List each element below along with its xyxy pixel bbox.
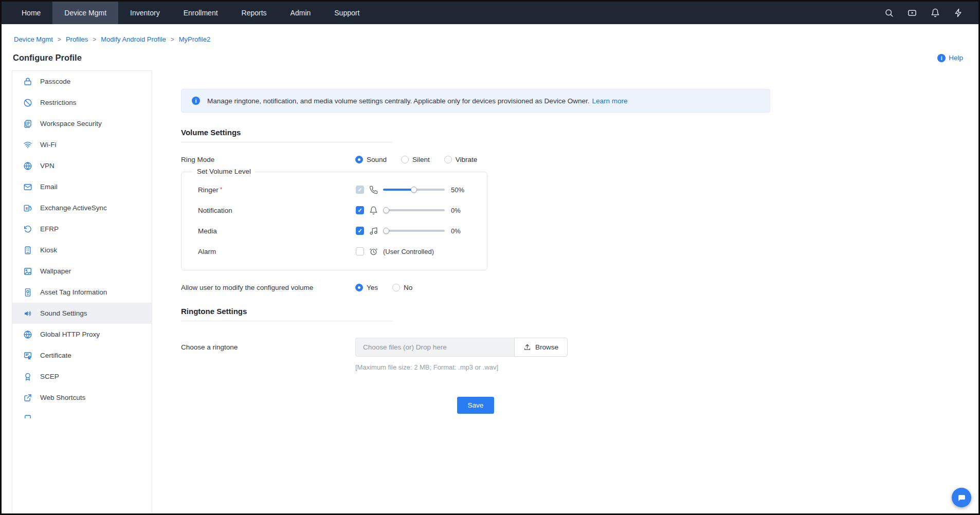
notification-volume-slider[interactable] [383, 207, 445, 213]
sidebar-item-sound-settings[interactable]: Sound Settings [12, 303, 152, 324]
refresh-icon [23, 225, 32, 234]
sidebar-item-email[interactable]: Email [12, 176, 152, 197]
sidebar-item-asset-tag-information[interactable]: Asset Tag Information [12, 282, 152, 303]
radio-label: Yes [367, 284, 378, 291]
breadcrumb-modify-android-profile[interactable]: Modify Android Profile [101, 35, 166, 43]
alarm-checkbox[interactable]: ✓ [356, 247, 364, 255]
info-banner-text: Manage ringtone, notification, and media… [207, 97, 627, 105]
breadcrumb-myprofile2[interactable]: MyProfile2 [179, 35, 210, 43]
globe-icon [23, 330, 32, 339]
learn-more-link[interactable]: Learn more [592, 97, 627, 105]
ring-mode-vibrate-radio[interactable]: Vibrate [444, 156, 478, 163]
volume-level-rows: Ringer*✓50%Notification✓0%Media✓0%Alarm✓… [182, 179, 487, 262]
sidebar-item-web-shortcuts[interactable]: Web Shortcuts [12, 387, 152, 408]
sidebar-item-wi-fi[interactable]: Wi-Fi [12, 134, 152, 155]
radio-selected [355, 284, 363, 291]
asset-tag-icon [23, 288, 32, 297]
nav-item-inventory[interactable]: Inventory [118, 2, 172, 24]
choose-ringtone-label: Choose a ringtone [181, 343, 355, 351]
radio-unselected [392, 284, 400, 291]
ringtone-settings-heading: Ringtone Settings [181, 307, 393, 321]
breadcrumb-device-mgmt[interactable]: Device Mgmt [14, 35, 53, 43]
nav-item-admin[interactable]: Admin [279, 2, 323, 24]
sidebar-item-certificate[interactable]: Certificate [12, 345, 152, 366]
ring-mode-label: Ring Mode [181, 156, 355, 163]
search-icon[interactable] [884, 8, 894, 17]
volume-row-label: Alarm [198, 248, 356, 255]
radio-label: Sound [367, 156, 387, 163]
globe-icon [23, 161, 32, 171]
volume-row-alarm: Alarm✓(User Controlled) [182, 241, 487, 262]
chat-bubble-icon [957, 493, 967, 503]
nav-icons [884, 2, 978, 24]
allow-modify-no-radio[interactable]: No [392, 284, 412, 291]
radio-label: Silent [412, 156, 430, 163]
phone-icon [369, 186, 378, 194]
external-link-icon [23, 393, 32, 402]
allow-modify-label: Allow user to modify the configured volu… [181, 284, 355, 291]
required-asterisk: * [220, 186, 223, 193]
ring-mode-row: Ring Mode Sound Silent Vibrate [181, 156, 978, 163]
save-button[interactable]: Save [457, 397, 495, 414]
sidebar-item-workspace-security[interactable]: Workspace Security [12, 113, 152, 134]
breadcrumb: Device Mgmt > Profiles > Modify Android … [2, 24, 978, 43]
page-title: Configure Profile [13, 53, 82, 63]
nav-item-support[interactable]: Support [322, 2, 371, 24]
sidebar-item-label: Exchange ActiveSync [40, 204, 107, 212]
radio-label: Vibrate [456, 156, 478, 163]
set-volume-level-legend: Set Volume Level [192, 168, 256, 175]
nav-spacer [371, 2, 884, 24]
ringtone-dropzone[interactable]: Choose files (or) Drop here [355, 338, 514, 357]
sidebar-item-clipped-item[interactable] [12, 408, 152, 418]
ring-mode-options: Sound Silent Vibrate [355, 156, 477, 163]
sidebar-item-kiosk[interactable]: Kiosk [12, 240, 152, 261]
sidebar-item-label: EFRP [40, 225, 59, 233]
upload-icon [523, 343, 531, 351]
sidebar-item-label: Workspace Security [40, 120, 102, 127]
video-icon[interactable] [908, 8, 917, 17]
allow-modify-yes-radio[interactable]: Yes [355, 284, 378, 291]
ring-mode-silent-radio[interactable]: Silent [401, 156, 430, 163]
radio-unselected [401, 156, 409, 163]
info-banner: i Manage ringtone, notification, and med… [181, 89, 770, 113]
volume-row-label: Media [198, 227, 356, 235]
sidebar-item-wallpaper[interactable]: Wallpaper [12, 261, 152, 282]
browse-button[interactable]: Browse [514, 338, 568, 357]
help-link[interactable]: i Help [937, 54, 963, 62]
bell-icon[interactable] [931, 8, 940, 17]
media-volume-slider[interactable] [383, 228, 445, 234]
mail-icon [23, 182, 32, 192]
music-icon [369, 227, 378, 235]
nav-item-device-mgmt[interactable]: Device Mgmt [52, 2, 118, 24]
main-panel: i Manage ringtone, notification, and med… [152, 70, 978, 513]
file-size-hint: [Maximum file size: 2 MB; Format: .mp3 o… [355, 363, 978, 371]
volume-row-label: Notification [198, 207, 356, 214]
nav-item-home[interactable]: Home [10, 2, 52, 24]
notification-checkbox[interactable]: ✓ [356, 206, 364, 214]
sidebar-item-passcode[interactable]: Passcode [12, 71, 152, 92]
nav-item-reports[interactable]: Reports [230, 2, 279, 24]
media-checkbox[interactable]: ✓ [356, 227, 364, 235]
breadcrumb-separator: > [171, 36, 174, 43]
volume-row-label: Ringer* [198, 186, 356, 194]
chat-widget-button[interactable] [952, 488, 971, 507]
sidebar-item-global-http-proxy[interactable]: Global HTTP Proxy [12, 324, 152, 345]
sidebar-item-vpn[interactable]: VPN [12, 155, 152, 176]
volume-settings-heading: Volume Settings [181, 128, 393, 142]
ringer-volume-slider[interactable] [383, 187, 445, 193]
sidebar-item-label: Global HTTP Proxy [40, 330, 100, 338]
ringer-checkbox[interactable]: ✓ [356, 186, 364, 194]
sidebar-item-exchange-activesync[interactable]: EExchange ActiveSync [12, 197, 152, 218]
sidebar-item-efrp[interactable]: EFRP [12, 218, 152, 240]
nav-item-enrollment[interactable]: Enrollment [172, 2, 230, 24]
exchange-icon: E [23, 204, 32, 213]
set-volume-level-fieldset: Set Volume Level Ringer*✓50%Notification… [181, 172, 487, 270]
sidebar-item-label: Web Shortcuts [40, 394, 85, 401]
ring-mode-sound-radio[interactable]: Sound [355, 156, 387, 163]
breadcrumb-profiles[interactable]: Profiles [66, 35, 88, 43]
allow-modify-options: Yes No [355, 284, 412, 291]
sidebar-item-label: Email [40, 183, 58, 191]
sidebar-item-scep[interactable]: SCEP [12, 366, 152, 387]
flash-icon[interactable] [954, 8, 963, 17]
sidebar-item-restrictions[interactable]: Restrictions [12, 92, 152, 113]
